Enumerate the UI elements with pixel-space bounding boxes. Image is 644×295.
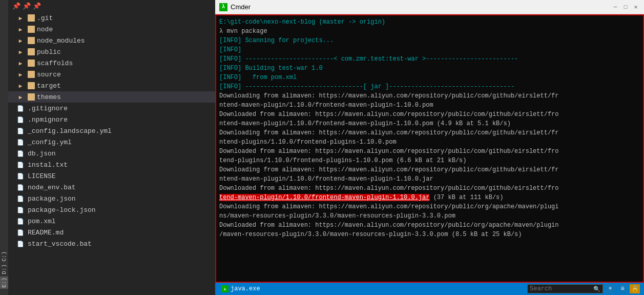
search-input[interactable]	[530, 285, 591, 292]
file-label: instal.txt	[28, 161, 68, 169]
menu-icon-button[interactable]: ≡	[617, 284, 628, 293]
file-item-node[interactable]: ▶ node	[8, 24, 223, 35]
terminal-line-20: tend-maven-plugin/1.10.0/frontend-maven-…	[219, 193, 640, 202]
cmder-title: Cmder	[231, 3, 251, 11]
terminal-line-19: Downloaded from alimaven: https://maven.…	[219, 184, 640, 193]
file-item-db-json[interactable]: 📄 db.json	[8, 148, 223, 159]
highlighted-jar-link: tend-maven-plugin/1.10.0/frontend-maven-…	[219, 194, 429, 201]
search-icon[interactable]: 🔍	[593, 286, 600, 292]
file-label: pom.xml	[28, 218, 56, 225]
file-label: .git	[37, 14, 53, 22]
file-label: db.json	[28, 150, 56, 158]
file-item-package-lock[interactable]: 📄 package-lock.json	[8, 204, 223, 215]
terminal-line-1: E:\git-code\nexo-next-blog (master -> or…	[219, 17, 640, 27]
terminal-line-11: Downloaded from alimaven: https://maven.…	[219, 110, 640, 119]
file-label: README.md	[28, 229, 64, 237]
sidebar-panel: C:) D:) E:) 📌 📌 📌 ▶ .git ▶ node ▶	[0, 0, 215, 295]
terminal-line-16: tend-plugins/1.10.0/frontend-plugins-1.1…	[219, 156, 640, 165]
file-label: public	[37, 48, 61, 56]
file-icon-gitignore: 📄	[16, 104, 25, 112]
lock-icon-button[interactable]: 🔒	[630, 284, 640, 293]
file-item-pom-xml[interactable]: 📄 pom.xml	[8, 215, 223, 227]
folder-color-target	[28, 82, 35, 89]
file-item-readme[interactable]: 📄 README.md	[8, 227, 223, 238]
terminal-output: E:\git-code\nexo-next-blog (master -> or…	[215, 14, 644, 283]
terminal-line-23: Downloaded from alimaven: https://maven.…	[219, 221, 640, 230]
file-item-start-vscode[interactable]: 📄 start_vscode.bat	[8, 238, 223, 249]
folder-icon-nm: ▶	[16, 36, 25, 45]
terminal-line-12: ntend-maven-plugin/1.10.0/frontend-maven…	[219, 119, 640, 128]
file-label: package-lock.json	[28, 206, 96, 214]
file-icon-start-vscode: 📄	[16, 240, 25, 248]
terminal-line-24: /maven-resources-plugin/3.3.0/maven-reso…	[219, 230, 640, 239]
file-label: scaffolds	[37, 60, 73, 67]
file-item-target[interactable]: ▶ target	[8, 80, 223, 91]
folder-icon-git: ▶	[16, 14, 25, 22]
file-icon-license: 📄	[16, 172, 25, 180]
java-exe-item[interactable]: λ java.exe	[219, 285, 262, 292]
pin-icon-2[interactable]: 📌	[23, 2, 31, 10]
folder-icon-scaffolds: ▶	[16, 59, 25, 67]
file-icon-pom-xml: 📄	[16, 217, 25, 225]
terminal-line-5: [INFO] ------------------------< com.zmr…	[219, 54, 640, 64]
terminal-line-22: ns/maven-resources-plugin/3.3.0/maven-re…	[219, 211, 640, 221]
file-explorer: 📌 📌 📌 ▶ .git ▶ node ▶ node_modules	[8, 0, 223, 295]
pin-icon[interactable]: 📌	[12, 2, 20, 10]
file-item-node-modules[interactable]: ▶ node_modules	[8, 35, 223, 46]
close-button[interactable]: ✕	[632, 3, 640, 11]
terminal-line-10: ntend-maven-plugin/1.10.0/frontend-maven…	[219, 101, 640, 110]
java-exe-icon: λ	[221, 285, 228, 292]
terminal-line-15: Downloaded from alimaven: https://maven.…	[219, 147, 640, 156]
file-label: _config.yml	[28, 139, 72, 146]
folder-icon-target: ▶	[16, 82, 25, 90]
file-item-npmignore[interactable]: 📄 .npmignore	[8, 114, 223, 125]
file-item-package-json[interactable]: 📄 package.json	[8, 193, 223, 204]
drive-label-e[interactable]: E:)	[0, 277, 8, 289]
file-item-scaffolds[interactable]: ▶ scaffolds	[8, 57, 223, 69]
statusbar-left: λ java.exe	[219, 285, 262, 292]
terminal-line-21: Downloading from alimaven: https://maven…	[219, 202, 640, 211]
cmder-titlebar: λ Cmder ─ □ ✕	[215, 0, 644, 14]
terminal-line-4: [INFO]	[219, 45, 640, 54]
folder-color-node	[28, 26, 35, 33]
file-icon-config-landscape: 📄	[16, 127, 25, 135]
file-label: _config.landscape.yml	[28, 127, 112, 135]
file-label: start_vscode.bat	[28, 240, 92, 248]
file-item-config-yml[interactable]: 📄 _config.yml	[8, 136, 223, 148]
file-item-node-env[interactable]: 📄 node_env.bat	[8, 182, 223, 193]
file-icon-package-json: 📄	[16, 194, 25, 203]
add-icon-button[interactable]: +	[605, 284, 615, 293]
pin-icon-3[interactable]: 📌	[33, 2, 41, 10]
file-item-config-landscape[interactable]: 📄 _config.landscape.yml	[8, 125, 223, 136]
folder-icon-themes: ▶	[16, 93, 25, 101]
terminal-line-9: Downloading from alimaven: https://maven…	[219, 91, 640, 101]
file-label: node_modules	[37, 37, 85, 45]
file-item-themes[interactable]: ▶ themes	[8, 91, 223, 103]
statusbar-right: 🔍 + ≡ 🔒	[527, 284, 640, 293]
file-item-git[interactable]: ▶ .git	[8, 12, 223, 24]
minimize-button[interactable]: ─	[611, 3, 619, 11]
file-icon-node-env: 📄	[16, 183, 25, 191]
search-bar[interactable]: 🔍	[527, 284, 603, 293]
terminal-line-3: [INFO] Scanning for projects...	[219, 36, 640, 45]
statusbar: λ java.exe 🔍 + ≡ 🔒	[215, 283, 644, 295]
file-item-source[interactable]: ▶ source	[8, 69, 223, 80]
cmder-icon: λ	[219, 3, 227, 11]
folder-icon-source: ▶	[16, 70, 25, 78]
folder-color-public	[28, 48, 35, 55]
file-item-gitignore[interactable]: 📄 .gitignore	[8, 103, 223, 114]
file-item-instal[interactable]: 📄 instal.txt	[8, 159, 223, 170]
file-label: source	[37, 71, 61, 78]
restore-button[interactable]: □	[621, 3, 630, 11]
folder-icon-public: ▶	[16, 48, 25, 56]
drive-label-c[interactable]: C:)	[0, 250, 8, 263]
terminal-line-14: ntend-plugins/1.10.0/frontend-plugins-1.…	[219, 137, 640, 147]
folder-icon-node: ▶	[16, 25, 25, 33]
terminal-line-2: λ mvn package	[219, 27, 640, 36]
file-item-public[interactable]: ▶ public	[8, 46, 223, 57]
file-item-license[interactable]: 📄 LICENSE	[8, 170, 223, 182]
file-label: .gitignore	[28, 105, 68, 112]
drive-label-d[interactable]: D:)	[0, 263, 8, 276]
titlebar-left: λ Cmder	[219, 3, 251, 11]
file-label: node	[37, 26, 53, 33]
